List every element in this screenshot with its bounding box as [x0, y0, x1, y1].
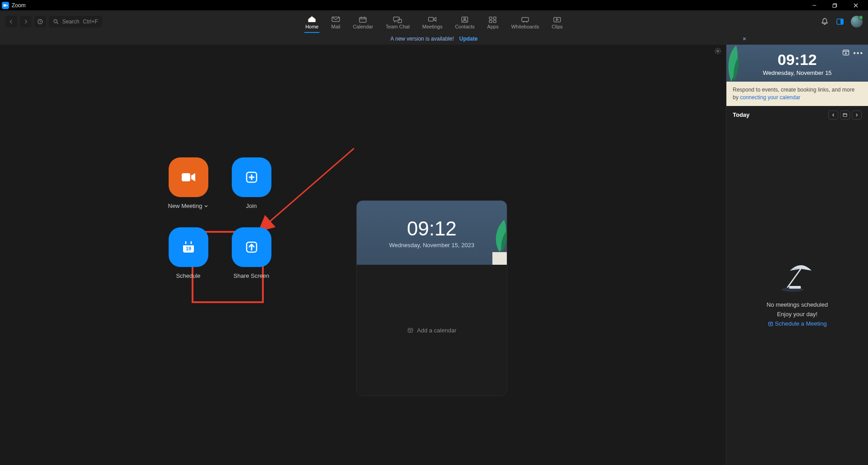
schedule-label: Schedule [176, 272, 200, 279]
topbar: Search Ctrl+F Home Mail Calendar Team Ch… [0, 10, 868, 33]
umbrella-icon [779, 262, 815, 293]
notifications-button[interactable] [820, 17, 829, 26]
no-meetings-line1: No meetings scheduled [767, 301, 828, 308]
window-maximize-button[interactable] [825, 0, 845, 10]
svg-rect-21 [522, 17, 528, 21]
nav-back-button[interactable] [5, 16, 17, 28]
svg-line-28 [268, 148, 354, 223]
plant-illustration-small [726, 45, 742, 82]
today-header: Today [726, 106, 868, 124]
contacts-icon [460, 16, 469, 23]
tab-team-chat[interactable]: Team Chat [379, 10, 416, 33]
right-panel-clock: ••• 09:12 Wednesday, November 15 [726, 45, 868, 82]
window-close-button[interactable] [845, 0, 866, 10]
tab-mail[interactable]: Mail [325, 10, 346, 33]
rp-time: 09:12 [734, 51, 861, 69]
clock-time: 09:12 [407, 217, 456, 240]
tab-home[interactable]: Home [299, 10, 325, 33]
tab-calendar[interactable]: Calendar [347, 10, 380, 33]
join-button[interactable] [232, 157, 271, 197]
tab-apps[interactable]: Apps [481, 10, 505, 33]
svg-point-7 [54, 20, 57, 23]
tab-clips[interactable]: Clips [545, 10, 569, 33]
main-area: New Meeting Join 19 [0, 45, 726, 465]
clock-header: 09:12 Wednesday, November 15, 2023 [357, 201, 507, 265]
new-meeting-button[interactable] [169, 157, 208, 197]
tab-label: Home [305, 24, 318, 29]
plus-icon [243, 168, 261, 186]
svg-text:19: 19 [185, 246, 191, 251]
today-label: Today [733, 111, 749, 118]
calendar-icon [358, 16, 367, 23]
nav-forward-button[interactable] [20, 16, 32, 28]
tab-label: Contacts [455, 24, 474, 29]
svg-rect-52 [789, 286, 801, 289]
share-screen-button[interactable] [232, 227, 271, 267]
svg-rect-24 [554, 17, 560, 22]
no-meetings-empty-state: No meetings scheduled Enjoy your day! Sc… [726, 124, 868, 465]
calendar-prev-button[interactable] [828, 110, 838, 120]
schedule-meeting-link[interactable]: Schedule a Meeting [768, 320, 827, 327]
user-avatar[interactable] [851, 16, 863, 28]
banner-update-link[interactable]: Update [459, 36, 478, 42]
calendar-today-button[interactable] [840, 110, 850, 120]
schedule-action: 19 Schedule [160, 227, 216, 279]
video-icon [179, 168, 197, 186]
share-screen-label: Share Screen [234, 272, 270, 279]
svg-rect-19 [490, 20, 492, 23]
banner-text: A new version is available! [390, 36, 454, 42]
home-icon [308, 16, 317, 23]
tab-label: Calendar [353, 24, 373, 29]
plant-illustration [480, 215, 507, 265]
search-input[interactable]: Search Ctrl+F [49, 16, 102, 28]
calendar-plus-icon [768, 321, 773, 327]
svg-rect-18 [494, 17, 496, 19]
whiteboard-icon [521, 16, 530, 23]
tab-meetings[interactable]: Meetings [416, 10, 449, 33]
tab-contacts[interactable]: Contacts [449, 10, 481, 33]
panel-toggle-button[interactable] [836, 17, 845, 26]
svg-rect-17 [490, 17, 492, 19]
update-banner: A new version is available! Update × [0, 33, 868, 45]
calendar-add-button[interactable] [842, 49, 850, 57]
tab-label: Mail [331, 24, 340, 29]
tab-label: Apps [487, 24, 499, 29]
tab-label: Clips [551, 24, 562, 29]
chat-icon [393, 16, 402, 23]
join-action: Join [223, 157, 280, 209]
svg-rect-14 [428, 18, 433, 21]
schedule-button[interactable]: 19 [169, 227, 208, 267]
action-grid: New Meeting Join 19 [160, 157, 280, 279]
search-icon [53, 19, 59, 24]
clock-date: Wednesday, November 15, 2023 [389, 242, 474, 249]
nav-history-button[interactable] [34, 16, 46, 28]
video-icon [428, 16, 437, 23]
settings-button[interactable] [714, 47, 721, 55]
svg-rect-29 [182, 173, 190, 181]
window-titlebar: Zoom [0, 0, 868, 10]
apps-icon [488, 16, 497, 23]
tab-label: Meetings [423, 24, 443, 29]
window-minimize-button[interactable] [804, 0, 825, 10]
calendar-icon: 19 [179, 238, 197, 256]
connect-calendar-link[interactable]: connecting your calendar [740, 94, 800, 101]
svg-rect-48 [843, 114, 847, 117]
svg-rect-3 [833, 4, 836, 7]
svg-rect-26 [840, 19, 843, 24]
svg-rect-39 [492, 252, 507, 265]
mail-icon [331, 16, 340, 23]
tab-whiteboards[interactable]: Whiteboards [505, 10, 546, 33]
add-calendar-link[interactable]: Add a calendar [417, 327, 456, 334]
new-meeting-label: New Meeting [168, 203, 202, 209]
svg-line-50 [787, 269, 801, 288]
svg-point-16 [464, 18, 466, 19]
calendar-next-button[interactable] [852, 110, 862, 120]
tab-label: Whiteboards [511, 24, 539, 29]
no-meetings-line2: Enjoy your day! [777, 311, 817, 318]
svg-point-27 [717, 50, 719, 52]
banner-close-button[interactable]: × [743, 35, 746, 42]
clock-card: 09:12 Wednesday, November 15, 2023 Add a… [356, 200, 507, 396]
chevron-down-icon[interactable] [204, 204, 208, 208]
clips-icon [553, 16, 562, 23]
more-menu-button[interactable]: ••• [853, 49, 863, 57]
